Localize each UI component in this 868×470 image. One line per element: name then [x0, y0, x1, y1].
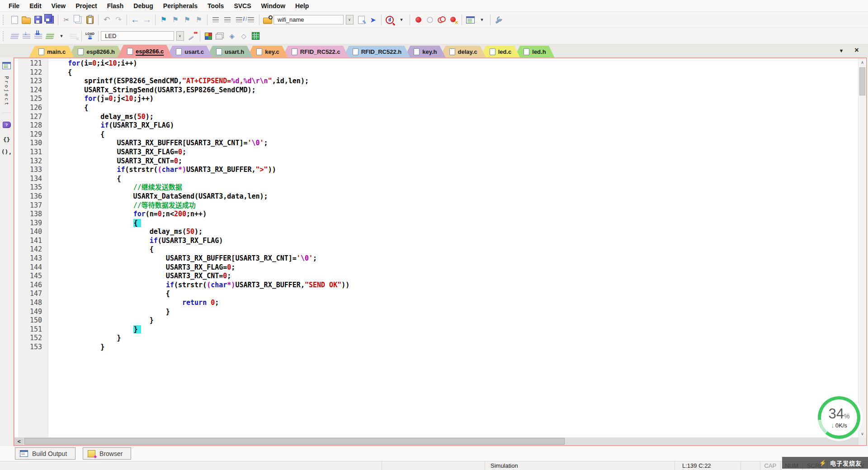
find-next-icon[interactable] — [355, 14, 367, 26]
tab-label: usart.c — [184, 48, 204, 55]
rebuild-icon[interactable] — [32, 30, 44, 42]
tab-delay.c[interactable]: delay.c — [440, 46, 486, 57]
start-debug-session-icon[interactable] — [384, 14, 396, 26]
kill-all-breakpoints-icon[interactable] — [448, 14, 459, 26]
new-file-icon[interactable] — [9, 14, 20, 26]
translate-file-icon[interactable] — [9, 30, 20, 42]
menu-flash[interactable]: Flash — [102, 2, 129, 9]
uncomment-icon[interactable] — [245, 14, 257, 26]
indent-icon[interactable] — [222, 14, 233, 26]
manage-project-items-icon[interactable] — [203, 30, 214, 42]
copy-icon[interactable] — [72, 14, 84, 26]
books-window-icon[interactable]: ? — [1, 119, 13, 131]
cut-icon[interactable]: ✂ — [61, 14, 72, 26]
debug-dropdown-icon[interactable]: ▾ — [396, 14, 407, 26]
tab-RFID_RC522.c[interactable]: RFID_RC522.c — [282, 46, 349, 57]
undo-icon[interactable]: ↶ — [101, 14, 113, 26]
tab-usart.h[interactable]: usart.h — [207, 46, 253, 57]
menu-svcs[interactable]: SVCS — [229, 2, 256, 9]
horizontal-scroll-thumb[interactable] — [24, 438, 565, 445]
code-editor-window[interactable]: 121 for(i=0;i<10;i++)122 {123 sprintf(ES… — [14, 57, 867, 446]
tab-led.c[interactable]: led.c — [480, 46, 520, 57]
menu-view[interactable]: View — [47, 2, 71, 9]
window-list-icon[interactable] — [464, 14, 476, 26]
menu-edit[interactable]: Edit — [24, 2, 46, 9]
stop-build-icon[interactable] — [67, 30, 79, 42]
insert-breakpoint-icon[interactable] — [412, 14, 424, 26]
scroll-down-icon[interactable]: ∨ — [859, 430, 866, 437]
toggle-bookmark-icon[interactable]: ⚑ — [158, 14, 170, 26]
enable-breakpoint-icon[interactable] — [424, 14, 436, 26]
bottom-tab-build-output[interactable]: Build Output — [15, 447, 75, 460]
open-file-icon[interactable] — [20, 14, 32, 26]
target-select[interactable]: LED — [101, 31, 174, 41]
debug-config-icon[interactable]: ◇ — [238, 30, 250, 42]
flash-download-config-icon[interactable]: ◈ — [226, 30, 238, 42]
document-icon — [353, 48, 359, 55]
find-in-files-icon[interactable] — [262, 14, 274, 26]
scroll-left-icon[interactable]: < — [14, 437, 24, 445]
line-number: 151 — [18, 325, 48, 334]
horizontal-scrollbar[interactable]: < — [14, 437, 859, 445]
menu-window[interactable]: Window — [256, 2, 291, 9]
menu-debug[interactable]: Debug — [128, 2, 158, 9]
cursor-position: L:139 C:22 — [682, 462, 711, 469]
menu-project[interactable]: Project — [71, 2, 102, 9]
clear-bookmarks-icon[interactable]: ⚑ — [193, 14, 205, 26]
toolbar-grip[interactable] — [3, 31, 6, 41]
menu-help[interactable]: Help — [290, 2, 314, 9]
navigate-back-icon[interactable]: ← — [129, 14, 141, 26]
download-progress-badge[interactable]: 34% ↓0K/s — [818, 396, 860, 439]
next-bookmark-icon[interactable]: ⚑ — [181, 14, 193, 26]
build-icon[interactable] — [20, 30, 32, 42]
save-icon[interactable] — [32, 14, 44, 26]
menu-file[interactable]: File — [4, 2, 24, 9]
options-for-target-icon[interactable] — [186, 30, 198, 42]
prev-bookmark-icon[interactable]: ⚑ — [170, 14, 181, 26]
close-tab-icon[interactable]: × — [852, 46, 862, 54]
code-area[interactable]: 121 for(i=0;i<10;i++)122 {123 sprintf(ES… — [18, 59, 858, 437]
batch-build-icon[interactable] — [44, 30, 56, 42]
badge-percent: 34% — [829, 407, 850, 421]
tab-key.h[interactable]: key.h — [404, 46, 445, 57]
vertical-scroll-thumb[interactable] — [859, 67, 865, 95]
toolbar-grip[interactable] — [3, 15, 6, 25]
redo-icon[interactable]: ↷ — [113, 14, 124, 26]
target-dropdown-icon[interactable]: ∨ — [174, 30, 186, 42]
dock-label-project[interactable]: Project — [4, 76, 9, 106]
menu-peripherals[interactable]: Peripherals — [158, 2, 203, 9]
search-input[interactable]: wifi_name — [274, 15, 344, 24]
tab-list-dropdown-icon[interactable]: ▼ — [836, 48, 846, 53]
templates-window-icon[interactable]: (), — [1, 148, 12, 155]
navigate-forward-icon[interactable]: → — [141, 14, 153, 26]
pack-installer-icon[interactable] — [250, 30, 261, 42]
configuration-wrench-icon[interactable] — [493, 14, 505, 26]
tab-led.h[interactable]: led.h — [514, 46, 554, 57]
tab-usart.c[interactable]: usart.c — [166, 46, 212, 57]
menu-tools[interactable]: Tools — [203, 2, 229, 9]
tab-main.c[interactable]: main.c — [29, 46, 74, 57]
download-icon[interactable]: LOAD⇊ — [84, 30, 96, 42]
scroll-up-icon[interactable]: ∧ — [859, 58, 866, 66]
vertical-scrollbar[interactable]: ∧ ∨ — [858, 58, 866, 437]
bottom-tab-browser[interactable]: Browser — [83, 447, 131, 460]
tab-key.c[interactable]: key.c — [247, 46, 288, 57]
project-window-icon[interactable] — [1, 60, 13, 71]
manage-books-icon[interactable] — [214, 30, 226, 42]
window-dropdown-icon[interactable]: ▾ — [476, 14, 488, 26]
disable-all-breakpoints-icon[interactable] — [436, 14, 448, 26]
batch-build-dropdown-icon[interactable]: ▾ — [56, 30, 67, 42]
incremental-find-icon[interactable]: ➤ — [367, 14, 379, 26]
tab-RFID_RC522.h[interactable]: RFID_RC522.h — [343, 46, 410, 57]
tab-esp8266.c[interactable]: esp8266.c — [118, 45, 172, 57]
comment-icon[interactable] — [233, 14, 245, 26]
search-history-icon[interactable]: ∨ — [344, 14, 355, 26]
paste-icon[interactable] — [84, 14, 96, 26]
code-line-138: 138 for(n=0;n<200;n++) — [18, 210, 858, 219]
tab-esp8266.h[interactable]: esp8266.h — [68, 46, 123, 57]
unindent-icon[interactable] — [210, 14, 222, 26]
functions-window-icon[interactable]: {} — [3, 136, 10, 143]
save-all-icon[interactable] — [44, 14, 56, 26]
code-line-137: 137 //等待数据发送成功 — [18, 201, 858, 210]
status-bar: Simulation L:139 C:22 CAPNUMSCRLOVRR/W — [0, 461, 868, 470]
